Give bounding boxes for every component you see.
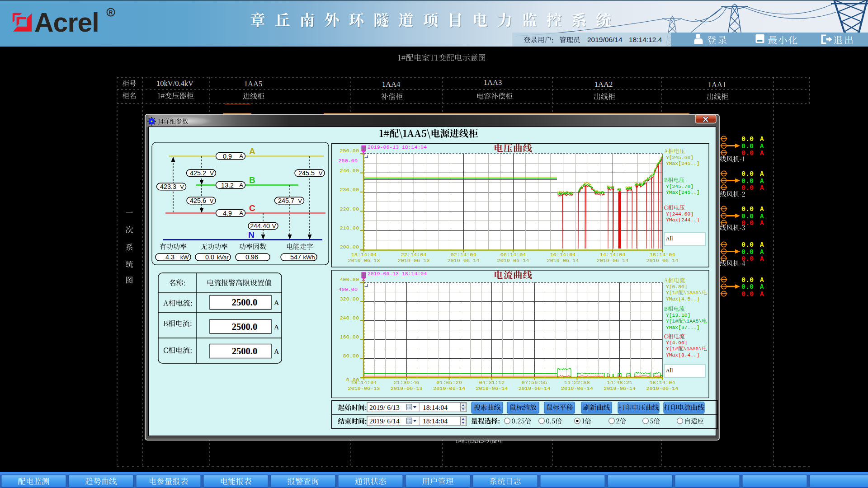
svg-text:YMax[244..]: YMax[244..] — [666, 217, 700, 223]
svg-text:2019-06-14: 2019-06-14 — [646, 258, 679, 264]
svg-text:2019/ 6/13: 2019/ 6/13 — [369, 404, 400, 411]
svg-text:425.2: 425.2 — [190, 169, 206, 177]
svg-text:0.0: 0.0 — [741, 213, 754, 221]
svg-text:18:14:04: 18:14:04 — [650, 252, 675, 258]
svg-text:2019-06-14: 2019-06-14 — [597, 258, 629, 264]
svg-text:160.00: 160.00 — [340, 334, 359, 340]
svg-text:0.0: 0.0 — [741, 170, 754, 178]
svg-text:2019/06/14: 2019/06/14 — [587, 36, 623, 43]
svg-text:18:14:04: 18:14:04 — [351, 380, 377, 386]
svg-text:2019-06-14: 2019-06-14 — [604, 385, 636, 392]
svg-text:250.00: 250.00 — [340, 148, 359, 154]
svg-text:V: V — [319, 170, 323, 177]
svg-text:C: C — [249, 203, 255, 213]
svg-text:210.00: 210.00 — [340, 225, 359, 231]
svg-text:2019/ 6/14: 2019/ 6/14 — [369, 417, 400, 425]
svg-text:1AA1: 1AA1 — [708, 80, 726, 89]
svg-text:425.6: 425.6 — [190, 197, 206, 204]
svg-text:\1AA5\: \1AA5\ — [683, 346, 702, 352]
svg-text:18:14:04: 18:14:04 — [423, 404, 448, 411]
svg-text:2500.0: 2500.0 — [232, 297, 257, 307]
svg-text:1AA2: 1AA2 — [594, 80, 613, 89]
svg-text:YMax[37...]: YMax[37...] — [666, 325, 700, 330]
svg-text:18:14:04: 18:14:04 — [423, 417, 448, 425]
svg-text:200.00: 200.00 — [340, 244, 359, 250]
svg-text:06:14:04: 06:14:04 — [500, 252, 526, 258]
svg-text:A: A — [760, 291, 764, 298]
svg-text:Y[1#: Y[1# — [666, 290, 678, 296]
svg-text:1AA4: 1AA4 — [382, 80, 400, 89]
svg-text:Acrel: Acrel — [34, 8, 99, 38]
svg-text:Y[244.60]: Y[244.60] — [666, 211, 693, 217]
svg-text:13.2: 13.2 — [221, 182, 234, 189]
svg-text:0.0: 0.0 — [741, 291, 754, 298]
svg-text:Y[245.70]: Y[245.70] — [666, 184, 693, 189]
svg-text:Y[13.10]: Y[13.10] — [666, 313, 690, 318]
svg-text:2019-06-13 18:14:04: 2019-06-13 18:14:04 — [368, 271, 427, 277]
svg-text:0.0: 0.0 — [741, 241, 754, 249]
svg-text:245.5: 245.5 — [298, 169, 315, 177]
svg-text:230.00: 230.00 — [340, 187, 359, 193]
svg-text:A: A — [760, 283, 764, 291]
svg-text:A: A — [760, 220, 764, 227]
svg-text:YMax[245..]: YMax[245..] — [666, 161, 700, 166]
svg-text:Y[4.90]: Y[4.90] — [666, 340, 687, 346]
svg-text:0.0: 0.0 — [741, 184, 754, 192]
svg-text:V: V — [210, 197, 214, 204]
svg-text:2019-06-14: 2019-06-14 — [561, 385, 593, 392]
svg-text:Y[1#: Y[1# — [666, 319, 678, 324]
svg-text:14:48:21: 14:48:21 — [607, 380, 632, 386]
svg-text:14:14:04: 14:14:04 — [600, 252, 626, 258]
svg-text:A: A — [239, 182, 243, 188]
svg-text:2019-06-13: 2019-06-13 — [348, 258, 380, 264]
svg-text:2019-06-14: 2019-06-14 — [433, 385, 465, 392]
svg-text:A: A — [760, 206, 764, 213]
svg-text:V: V — [210, 170, 214, 177]
svg-text:220.00: 220.00 — [340, 206, 359, 212]
svg-text:02:14:04: 02:14:04 — [451, 252, 476, 258]
svg-text:2500.0: 2500.0 — [232, 322, 257, 332]
svg-text:A: A — [239, 210, 243, 216]
svg-text:A: A — [760, 136, 764, 143]
svg-text:A: A — [274, 323, 279, 331]
svg-text:0.0: 0.0 — [205, 253, 214, 261]
svg-text:244.40: 244.40 — [250, 222, 270, 230]
svg-text:B: B — [249, 175, 255, 185]
svg-text:V: V — [272, 223, 276, 230]
svg-text:A: A — [760, 178, 764, 185]
svg-text:21:39:46: 21:39:46 — [394, 380, 420, 386]
svg-text:1AA3: 1AA3 — [484, 78, 502, 87]
svg-text:0.0: 0.0 — [741, 136, 754, 143]
svg-text:2019-06-13: 2019-06-13 — [391, 385, 423, 392]
svg-text:\1AA5\: \1AA5\ — [683, 319, 702, 324]
svg-text:A: A — [760, 249, 764, 256]
svg-text:4.3: 4.3 — [165, 253, 175, 261]
svg-text:A: A — [760, 241, 764, 249]
svg-text:0.0: 0.0 — [741, 206, 754, 213]
svg-text:Y[0.80]: Y[0.80] — [666, 284, 687, 290]
svg-text:0.0: 0.0 — [741, 220, 754, 227]
svg-text:240.00: 240.00 — [340, 168, 359, 174]
svg-text:0.96: 0.96 — [245, 253, 258, 261]
svg-text:All: All — [666, 235, 674, 242]
svg-text:A: A — [249, 146, 255, 156]
svg-text:240.00: 240.00 — [340, 315, 359, 321]
svg-text:320.00: 320.00 — [340, 296, 359, 302]
svg-text:0.0: 0.0 — [741, 255, 754, 263]
svg-text:2019-06-14: 2019-06-14 — [519, 385, 551, 392]
svg-text:YMax[4.5..]: YMax[4.5..] — [666, 296, 700, 302]
svg-text:01:05:29: 01:05:29 — [436, 380, 462, 386]
svg-text:400.00: 400.00 — [339, 286, 358, 293]
svg-text:2019-06-13 18:14:04: 2019-06-13 18:14:04 — [368, 144, 427, 150]
svg-text:YMax[8.4..]: YMax[8.4..] — [666, 352, 700, 358]
svg-text:0.0: 0.0 — [741, 277, 754, 284]
svg-text:18:14:04: 18:14:04 — [351, 252, 377, 258]
svg-text:A: A — [760, 277, 764, 284]
svg-text:2019-06-14: 2019-06-14 — [448, 258, 480, 264]
svg-text:R: R — [109, 9, 113, 16]
svg-text:A: A — [760, 143, 764, 150]
svg-text:A: A — [239, 153, 243, 160]
svg-text:kVar: kVar — [217, 254, 229, 261]
svg-text:A: A — [274, 347, 279, 355]
svg-text:A: A — [760, 255, 764, 263]
